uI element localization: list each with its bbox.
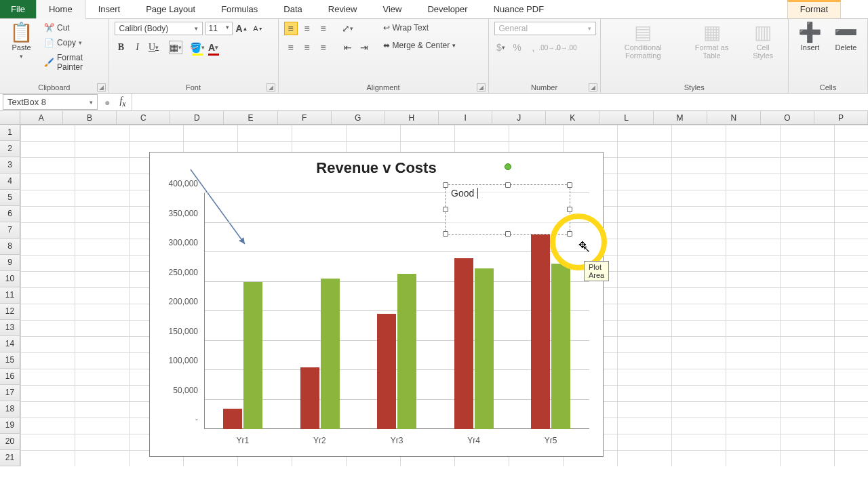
col-G[interactable]: G [332,111,385,124]
bar-yr3-costs[interactable] [397,274,416,429]
grow-font-icon[interactable]: A▲ [235,22,249,35]
col-E[interactable]: E [224,111,277,124]
row-19[interactable]: 19 [0,418,20,434]
col-F[interactable]: F [278,111,332,124]
row-15[interactable]: 15 [0,352,20,369]
col-A[interactable]: A [20,111,63,124]
font-size-combo[interactable]: 11▾ [205,22,233,35]
row-20[interactable]: 20 [0,434,20,450]
underline-button[interactable]: U [147,41,161,54]
col-O[interactable]: O [761,111,814,124]
col-C[interactable]: C [117,111,170,124]
col-D[interactable]: D [170,111,224,124]
col-J[interactable]: J [492,111,546,124]
row-17[interactable]: 17 [0,385,20,401]
tab-review[interactable]: Review [315,0,370,18]
copy-button[interactable]: 📄Copy▾ [41,37,103,49]
format-painter-button[interactable]: 🖌️Format Painter [41,52,103,73]
row-4[interactable]: 4 [0,174,20,190]
insert-cells-button[interactable]: ➕Insert [794,22,826,53]
tab-format-contextual[interactable]: Format [787,0,841,18]
col-N[interactable]: N [707,111,761,124]
tab-insert[interactable]: Insert [85,0,134,18]
row-11[interactable]: 11 [0,287,20,304]
tab-data[interactable]: Data [271,0,315,18]
bar-yr4-revenue[interactable] [454,258,473,429]
row-14[interactable]: 14 [0,336,20,352]
row-13[interactable]: 13 [0,320,20,336]
tab-view[interactable]: View [370,0,414,18]
handle-tl[interactable] [443,182,448,188]
italic-button[interactable]: I [131,41,144,54]
bar-yr5-costs[interactable] [551,264,570,429]
row-10[interactable]: 10 [0,271,20,287]
align-left-icon[interactable]: ≡ [284,41,298,54]
tab-file[interactable]: File [0,0,36,18]
select-all-corner[interactable] [0,111,20,124]
bar-yr1-revenue[interactable] [223,409,242,429]
align-center-icon[interactable]: ≡ [300,41,314,54]
fx-icon[interactable]: fx [114,96,131,108]
col-P[interactable]: P [814,111,868,124]
align-top-icon[interactable]: ≡ [284,22,298,35]
orientation-icon[interactable]: ⤢ [341,22,355,35]
tab-nuance-pdf[interactable]: Nuance PDF [481,0,557,18]
col-L[interactable]: L [599,111,653,124]
tab-page-layout[interactable]: Page Layout [133,0,208,18]
bar-yr1-costs[interactable] [243,282,262,430]
handle-bl[interactable] [443,231,448,237]
col-H[interactable]: H [385,111,439,124]
row-8[interactable]: 8 [0,239,20,255]
decrease-indent-icon[interactable]: ⇤ [341,41,355,54]
formula-input[interactable] [132,94,868,110]
row-6[interactable]: 6 [0,206,20,222]
paste-button[interactable]: 📋 Paste ▾ [5,22,37,61]
handle-br[interactable] [567,231,572,237]
row-21[interactable]: 21 [0,450,20,466]
bar-yr2-costs[interactable] [321,279,340,429]
col-M[interactable]: M [654,111,707,124]
tab-formulas[interactable]: Formulas [208,0,271,18]
bar-yr3-revenue[interactable] [377,314,396,429]
bold-button[interactable]: B [115,41,128,54]
rotate-handle[interactable] [505,163,511,170]
handle-tr[interactable] [567,182,572,188]
clipboard-launcher[interactable]: ◢ [97,83,106,92]
row-16[interactable]: 16 [0,369,20,385]
name-box[interactable]: TextBox 8▾ [3,94,98,110]
row-9[interactable]: 9 [0,255,20,271]
row-7[interactable]: 7 [0,222,20,239]
chart-textbox[interactable]: Good [445,184,570,235]
align-middle-icon[interactable]: ≡ [300,22,314,35]
delete-cells-button[interactable]: ➖Delete [830,22,862,53]
bar-yr2-revenue[interactable] [300,367,319,429]
row-1[interactable]: 1 [0,125,20,141]
row-18[interactable]: 18 [0,401,20,418]
handle-tm[interactable] [505,182,511,188]
cut-button[interactable]: ✂️Cut [41,22,103,34]
row-2[interactable]: 2 [0,141,20,157]
font-name-combo[interactable]: Calibri (Body)▾ [115,22,203,35]
bar-yr5-revenue[interactable] [531,235,550,429]
col-I[interactable]: I [439,111,492,124]
align-right-icon[interactable]: ≡ [317,41,330,54]
col-B[interactable]: B [63,111,117,124]
increase-indent-icon[interactable]: ⇥ [357,41,371,54]
bar-yr4-costs[interactable] [475,268,494,429]
cells-area[interactable]: Revenue v Costs - 50,000 100,000 150,000… [20,125,868,466]
borders-button[interactable]: ▦ [169,41,182,54]
tab-developer[interactable]: Developer [414,0,480,18]
col-K[interactable]: K [546,111,599,124]
row-12[interactable]: 12 [0,304,20,320]
fill-color-button[interactable]: 🪣 [191,41,204,54]
embedded-chart[interactable]: Revenue v Costs - 50,000 100,000 150,000… [149,152,604,457]
font-color-button[interactable]: A [207,41,220,54]
handle-ml[interactable] [443,207,448,212]
row-3[interactable]: 3 [0,157,20,174]
font-launcher[interactable]: ◢ [267,83,275,92]
handle-mr[interactable] [567,207,572,212]
tab-home[interactable]: Home [36,0,85,19]
align-bottom-icon[interactable]: ≡ [317,22,330,35]
shrink-font-icon[interactable]: A▼ [252,22,265,35]
alignment-launcher[interactable]: ◢ [477,83,486,92]
